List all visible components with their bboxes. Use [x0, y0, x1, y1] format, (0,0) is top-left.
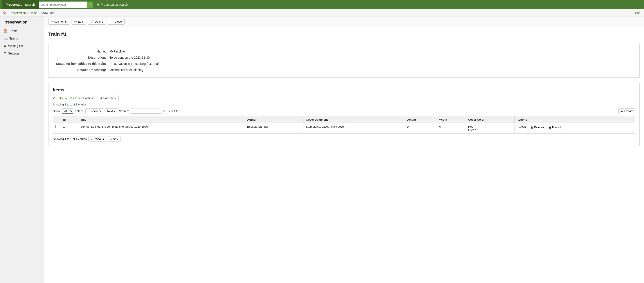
- col-width: Width: [437, 116, 466, 123]
- pagination-bottom: Showing 1 to 1 of 1 entries ‹ Previous N…: [53, 136, 635, 142]
- row-actions-cell: ✏ Edit 🗑 Remove 🖨 Prin: [514, 123, 635, 134]
- chevron-right-icon: ›: [114, 109, 115, 113]
- sidebar: Preservation 🏠 Home 🚌 Trains ♻ Waiting l…: [0, 17, 44, 283]
- info-value-processing: Mechanical book binding: [109, 67, 633, 73]
- pencil-icon: ✏: [519, 126, 521, 129]
- col-length: Lenght: [404, 116, 437, 123]
- row-author: Beckett, Samuel: [245, 123, 304, 134]
- previous-button-bottom[interactable]: ‹ Previous: [88, 136, 106, 142]
- col-id: ID: [61, 116, 78, 123]
- col-author: Author: [245, 116, 304, 123]
- train-title: Train #1: [48, 32, 640, 39]
- clear-all-link[interactable]: Clear all: [73, 96, 84, 100]
- info-label-name: Name:: [55, 48, 109, 55]
- search-input[interactable]: [39, 2, 87, 8]
- train-info-card: Name: MyFirstTrain Description: To be se…: [48, 44, 640, 78]
- items-actions-row: ✓ Select all ✕ Clear all Actions: 🖨 Prin…: [53, 95, 635, 101]
- info-value-name: MyFirstTrain: [109, 48, 633, 55]
- cross-icon: ✕: [70, 96, 72, 100]
- row-width: 6: [437, 123, 466, 134]
- breadcrumb-trains[interactable]: Trains: [30, 11, 37, 15]
- info-row-description: Description: To be sent on the 2023-11-3…: [55, 55, 633, 61]
- printer-icon: 🖨: [549, 126, 551, 129]
- select-all-link[interactable]: Select all: [57, 96, 68, 100]
- row-print-slip-button[interactable]: 🖨 Print slip: [547, 125, 564, 130]
- clear-filter-button[interactable]: ✕ Clear filter: [163, 109, 179, 113]
- items-table: ID Title Author Cover treatment Lenght W…: [53, 116, 635, 134]
- pencil-icon: ✏: [74, 20, 77, 23]
- download-icon: ⬇: [621, 109, 623, 113]
- search-button[interactable]: ➞: [87, 2, 93, 8]
- sidebar-item-label: Settings: [8, 52, 19, 55]
- action-toolbar: + Add items ✏ Edit 🗑 Delete ✕ Close: [44, 17, 644, 27]
- delete-button[interactable]: 🗑 Delete: [88, 19, 106, 25]
- train-icon: 🚌: [4, 37, 8, 41]
- trash-icon: 🗑: [531, 126, 533, 129]
- breadcrumb-sep: ›: [27, 11, 28, 15]
- info-row-processing: Default processing: Mechanical book bind…: [55, 67, 633, 73]
- row-edit-button[interactable]: ✏ Edit: [517, 125, 528, 130]
- home-icon: 🏠: [3, 11, 6, 15]
- sidebar-item-waiting-list[interactable]: ♻ Waiting list: [0, 42, 44, 50]
- close-button[interactable]: ✕ Close: [108, 19, 124, 25]
- row-length: 24: [404, 123, 437, 134]
- table-controls-top: Show 10 20 50 100 entries ‹ Previous Nex…: [53, 108, 635, 114]
- row-checkbox[interactable]: [55, 125, 58, 128]
- export-button[interactable]: ⬇ Export: [618, 108, 635, 114]
- breadcrumb-sep: ›: [38, 11, 39, 15]
- show-entries-select[interactable]: 10 20 50 100: [62, 109, 73, 114]
- row-id: 1: [61, 123, 78, 134]
- main-content: + Add items ✏ Edit 🗑 Delete ✕ Close Trai…: [44, 17, 644, 283]
- breadcrumb-preservation[interactable]: Preservation: [10, 11, 26, 15]
- plus-icon: +: [51, 20, 53, 23]
- waiting-icon: ♻: [4, 44, 6, 48]
- row-actions: ✏ Edit 🗑 Remove 🖨 Prin: [517, 125, 632, 130]
- showing-text-bottom: Showing 1 to 1 of 1 entries: [53, 137, 87, 141]
- search-label: Search:: [119, 109, 129, 113]
- edit-button[interactable]: ✏ Edit: [72, 19, 86, 25]
- sidebar-item-settings[interactable]: ⚙ Settings: [0, 50, 44, 57]
- help-link[interactable]: Help: [635, 11, 641, 15]
- previous-button-top[interactable]: ‹ Previous: [86, 108, 103, 114]
- top-navigation: Preservation search ➞ 🖨 Preservation sea…: [0, 0, 644, 9]
- info-row-status: Status for item added to this train: Pre…: [55, 61, 633, 67]
- close-icon: ✕: [111, 20, 113, 23]
- row-remove-button[interactable]: 🗑 Remove: [529, 125, 546, 130]
- sidebar-title: Preservation: [0, 20, 44, 27]
- entries-label: entries: [75, 109, 84, 113]
- table-row: 1 Samuel Beckett: the complete short pro…: [53, 123, 635, 134]
- row-cover-treatment: Stub biding, except back cover: [304, 123, 404, 134]
- table-header: ID Title Author Cover treatment Lenght W…: [53, 116, 635, 123]
- breadcrumb-show-train: Show train: [41, 11, 54, 15]
- actions-label: Actions:: [85, 96, 95, 100]
- home-icon: 🏠: [4, 29, 8, 33]
- row-title: Samuel Beckett: the complete short prose…: [78, 123, 245, 134]
- breadcrumb: 🏠 › Preservation › Trains › Show train H…: [0, 9, 644, 17]
- info-label-description: Description:: [55, 55, 109, 61]
- printer-icon: 🖨: [100, 96, 102, 100]
- row-cover-color: RedGreen: [466, 123, 514, 134]
- cross-icon: ✕: [163, 109, 166, 113]
- table-search-input[interactable]: [130, 109, 161, 114]
- brand-label: Preservation search: [2, 0, 39, 9]
- info-row-name: Name: MyFirstTrain: [55, 48, 633, 55]
- next-button-top[interactable]: Next ›: [105, 108, 117, 114]
- chevron-right-icon: ›: [117, 137, 118, 141]
- page-layout: Preservation 🏠 Home 🚌 Trains ♻ Waiting l…: [0, 17, 644, 283]
- col-title: Title: [78, 116, 245, 123]
- gear-icon: ⚙: [4, 51, 6, 55]
- row-checkbox-cell: [53, 123, 61, 134]
- preservation-search-link[interactable]: 🖨 Preservation search: [93, 3, 132, 6]
- print-slips-button[interactable]: 🖨 Print slips: [96, 95, 118, 101]
- sidebar-item-label: Home: [10, 29, 18, 33]
- col-cover-treatment: Cover treatment: [304, 116, 404, 123]
- printer-icon: 🖨: [96, 3, 100, 6]
- table-body: 1 Samuel Beckett: the complete short pro…: [53, 123, 635, 134]
- info-label-processing: Default processing:: [55, 67, 109, 73]
- items-title: Items: [53, 87, 635, 93]
- sidebar-item-label: Waiting list: [8, 44, 23, 48]
- sidebar-item-home[interactable]: 🏠 Home: [0, 27, 44, 35]
- sidebar-item-trains[interactable]: 🚌 Trains: [0, 35, 44, 42]
- add-items-button[interactable]: + Add items: [48, 19, 69, 25]
- next-button-bottom[interactable]: Next ›: [108, 136, 120, 142]
